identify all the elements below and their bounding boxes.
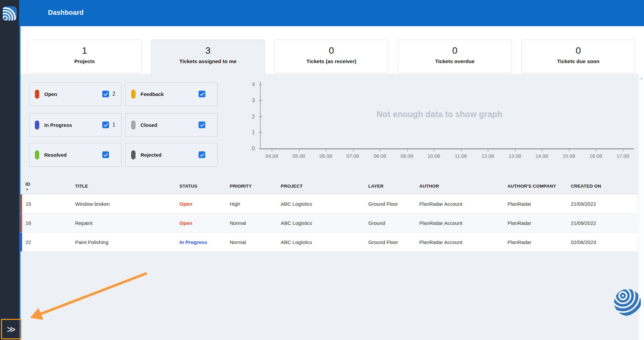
- x-tick: 11.08: [447, 149, 475, 162]
- column-header-layer[interactable]: LAYER: [368, 184, 419, 189]
- sidebar: [0, 0, 19, 340]
- cell-company: PlanRadar: [507, 220, 571, 226]
- filter-label: Resolved: [44, 152, 67, 158]
- cell-id: 15: [20, 201, 75, 207]
- card-value: 3: [205, 45, 211, 56]
- row-status-strip: [20, 233, 22, 251]
- y-tick: 1: [240, 130, 255, 136]
- cell-title: Window broken: [75, 201, 179, 207]
- column-header-project[interactable]: PROJECT: [281, 184, 368, 189]
- y-tick: 2: [240, 114, 255, 120]
- row-status-strip: [20, 213, 22, 232]
- column-header-created[interactable]: CREATED ON: [571, 184, 638, 189]
- cell-project: ABC Logistics: [281, 220, 368, 226]
- filter-resolved[interactable]: Resolved: [29, 143, 121, 166]
- table-row[interactable]: 15 Window broken Open High ABC Logistics…: [20, 194, 638, 213]
- cell-layer: Ground Floor: [368, 239, 419, 245]
- scrollbar-up-icon[interactable]: ▲: [638, 77, 644, 80]
- filter-checkbox[interactable]: [199, 91, 205, 97]
- filter-checkbox[interactable]: [102, 151, 109, 158]
- x-tick: 06.08: [312, 149, 339, 162]
- cell-title: Paint Polishing: [75, 239, 179, 245]
- card-tickets-receiver[interactable]: 0 Tickets (as receiver): [274, 40, 388, 73]
- filter-closed[interactable]: Closed: [125, 113, 218, 137]
- status-color-pill: [35, 120, 39, 130]
- card-tickets-overdue[interactable]: 0 Tickets overdue: [398, 40, 512, 73]
- cell-author: PlanRadar Account: [419, 239, 507, 245]
- x-tick: 04.08: [258, 149, 285, 162]
- row-status-strip: [20, 194, 22, 213]
- column-header-title[interactable]: TITLE: [75, 184, 179, 189]
- chart-empty-message: Not enough data to show graph: [339, 109, 540, 119]
- cell-created: 21/09/2022: [571, 201, 638, 207]
- cell-title: Repaint: [75, 220, 179, 226]
- filter-count: 2: [112, 91, 116, 97]
- y-tick: 3: [240, 98, 255, 104]
- x-tick: 07.08: [339, 149, 367, 162]
- card-label: Tickets overdue: [435, 58, 475, 64]
- sort-asc-icon: ▲: [25, 188, 72, 190]
- status-color-pill: [131, 120, 136, 130]
- app-logo: [0, 0, 19, 27]
- card-label: Tickets assigned to me: [179, 58, 236, 64]
- cell-company: PlanRadar: [507, 201, 571, 207]
- x-tick: 09.08: [393, 149, 421, 162]
- card-value: 1: [82, 45, 87, 56]
- chart-x-tick-labels: 04.08 05.08 06.08 07.08 08.08 09.08 10.0…: [258, 149, 636, 162]
- table-row[interactable]: 22 Paint Polishing In Progress Normal AB…: [20, 233, 638, 252]
- filter-label: Open: [44, 91, 57, 97]
- x-tick: 13.08: [501, 149, 529, 162]
- card-projects[interactable]: 1 Projects: [28, 40, 142, 73]
- x-tick: 12.08: [474, 149, 501, 162]
- card-value: 0: [452, 45, 458, 56]
- column-header-priority[interactable]: PRIORITY: [230, 184, 281, 189]
- cell-author: PlanRadar Account: [419, 220, 507, 226]
- expand-sidebar-button[interactable]: ≫: [1, 319, 21, 339]
- filter-checkbox[interactable]: [199, 151, 205, 158]
- card-label: Projects: [74, 58, 95, 64]
- filter-count: 1: [112, 122, 116, 128]
- column-header-id[interactable]: ID ▲: [20, 182, 75, 190]
- x-tick: 17.08: [609, 149, 637, 162]
- planradar-watermark-logo: [614, 289, 641, 316]
- cell-layer: Ground: [368, 220, 419, 226]
- filter-label: Rejected: [141, 152, 162, 158]
- cell-project: ABC Logistics: [281, 201, 368, 207]
- filter-in-progress[interactable]: In Progress 1: [29, 113, 121, 137]
- filter-open[interactable]: Open 2: [29, 82, 121, 106]
- status-color-pill: [35, 90, 39, 99]
- card-label: Tickets (as receiver): [307, 58, 357, 64]
- table-row[interactable]: 16 Repaint Open Normal ABC Logistics Gro…: [20, 213, 638, 233]
- filter-checkbox[interactable]: [199, 122, 205, 128]
- filter-checkbox[interactable]: [102, 91, 109, 97]
- cell-id: 22: [20, 239, 75, 245]
- page-title: Dashboard: [48, 9, 84, 16]
- x-tick: 08.08: [366, 149, 393, 162]
- filter-feedback[interactable]: Feedback: [125, 82, 218, 106]
- status-color-pill: [35, 150, 39, 159]
- cell-project: ABC Logistics: [281, 239, 368, 245]
- cell-author: PlanRadar Account: [419, 201, 507, 207]
- status-color-pill: [131, 150, 136, 159]
- y-tick: 4: [240, 82, 255, 88]
- table-header-row: ID ▲ TITLE STATUS PRIORITY PROJECT LAYER…: [20, 178, 638, 194]
- filter-checkbox[interactable]: [102, 122, 109, 128]
- filter-rejected[interactable]: Rejected: [125, 143, 218, 166]
- column-header-author[interactable]: AUTHOR: [419, 184, 507, 189]
- card-tickets-due-soon[interactable]: 0 Tickets due soon: [521, 40, 635, 73]
- tickets-table: ID ▲ TITLE STATUS PRIORITY PROJECT LAYER…: [20, 178, 638, 252]
- card-label: Tickets due soon: [557, 58, 599, 64]
- column-header-status[interactable]: STATUS: [179, 184, 230, 189]
- cell-status: Open: [179, 201, 230, 207]
- cell-layer: Ground Floor: [368, 201, 419, 207]
- filter-label: In Progress: [44, 122, 72, 128]
- cell-created: 02/06/2023: [571, 239, 638, 245]
- cell-status: Open: [179, 220, 230, 226]
- y-tick: 0: [240, 146, 255, 152]
- column-header-company[interactable]: AUTHOR'S COMPANY: [507, 184, 571, 189]
- card-value: 0: [576, 45, 581, 56]
- card-tickets-assigned[interactable]: 3 Tickets assigned to me: [151, 40, 265, 75]
- card-value: 0: [329, 45, 334, 56]
- x-tick: 10.08: [420, 149, 447, 162]
- cell-status: In Progress: [179, 239, 230, 245]
